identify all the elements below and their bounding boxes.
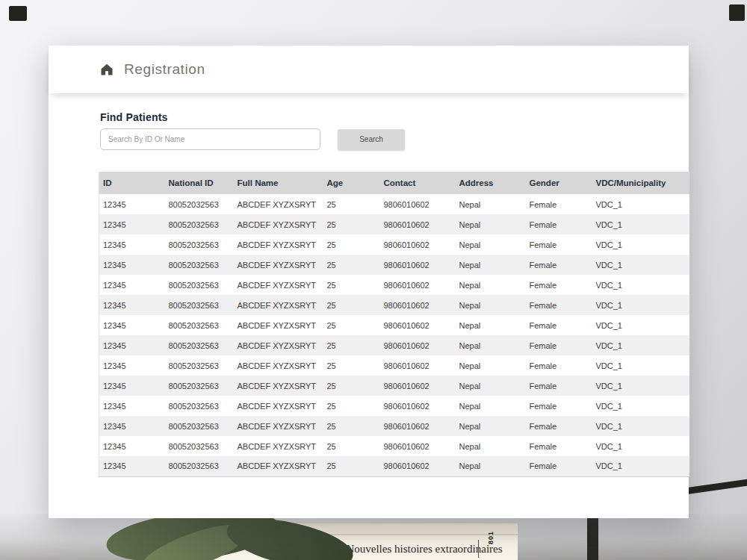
column-header: VDC/Municipality (592, 172, 689, 194)
page-title: Registration (124, 61, 205, 78)
table-cell: 12345 (99, 194, 165, 214)
table-cell: Female (526, 355, 592, 376)
table-cell: Nepal (456, 416, 526, 436)
patients-table-body: 1234580052032563ABCDEF XYZXSRYT259806010… (99, 194, 689, 476)
table-cell: 80052032563 (165, 396, 234, 416)
table-cell: Female (526, 376, 592, 396)
table-cell: 9806010602 (380, 456, 456, 476)
table-row[interactable]: 1234580052032563ABCDEF XYZXSRYT259806010… (99, 315, 689, 335)
table-cell: ABCDEF XYZXSRYT (234, 295, 323, 315)
table-cell: Nepal (456, 234, 526, 255)
table-cell: Female (526, 234, 592, 255)
table-row[interactable]: 1234580052032563ABCDEF XYZXSRYT259806010… (99, 214, 689, 234)
table-cell: 25 (323, 416, 380, 436)
table-row[interactable]: 1234580052032563ABCDEF XYZXSRYT259806010… (99, 275, 689, 295)
table-cell: ABCDEF XYZXSRYT (234, 194, 323, 214)
table-row[interactable]: 1234580052032563ABCDEF XYZXSRYT259806010… (99, 255, 689, 275)
table-cell: Female (526, 335, 592, 355)
table-row[interactable]: 1234580052032563ABCDEF XYZXSRYT259806010… (99, 436, 689, 456)
table-cell: 25 (323, 194, 380, 214)
table-cell: ABCDEF XYZXSRYT (234, 275, 323, 295)
table-cell: Nepal (456, 436, 526, 456)
table-cell: Nepal (456, 194, 526, 214)
table-cell: Female (526, 315, 592, 335)
table-cell: VDC_1 (592, 396, 689, 416)
table-row[interactable]: 1234580052032563ABCDEF XYZXSRYT259806010… (99, 234, 689, 255)
table-cell: 80052032563 (165, 214, 234, 234)
column-header: ID (99, 172, 165, 194)
table-cell: 25 (323, 456, 380, 476)
table-cell: 80052032563 (165, 234, 234, 255)
table-cell: 25 (323, 214, 380, 234)
table-cell: Nepal (456, 295, 526, 315)
table-cell: 9806010602 (380, 255, 456, 275)
table-cell: VDC_1 (592, 275, 689, 295)
table-cell: 12345 (99, 275, 165, 295)
table-row[interactable]: 1234580052032563ABCDEF XYZXSRYT259806010… (99, 396, 689, 416)
search-input[interactable] (100, 128, 320, 150)
table-cell: 12345 (99, 255, 165, 275)
table-cell: 9806010602 (380, 335, 456, 355)
table-cell: 80052032563 (165, 295, 234, 315)
table-cell: 12345 (99, 436, 165, 456)
table-row[interactable]: 1234580052032563ABCDEF XYZXSRYT259806010… (99, 355, 689, 376)
table-cell: 9806010602 (380, 355, 456, 376)
table-row[interactable]: 1234580052032563ABCDEF XYZXSRYT259806010… (99, 416, 689, 436)
table-cell: 80052032563 (165, 416, 234, 436)
table-cell: 25 (323, 295, 380, 315)
table-cell: 80052032563 (165, 315, 234, 335)
table-row[interactable]: 1234580052032563ABCDEF XYZXSRYT259806010… (99, 376, 689, 396)
table-cell: Nepal (456, 456, 526, 476)
table-cell: 9806010602 (380, 396, 456, 416)
home-icon[interactable] (99, 62, 114, 77)
table-cell: 12345 (99, 376, 165, 396)
table-cell: 12345 (99, 214, 165, 234)
search-row: Search (100, 128, 689, 150)
table-cell: 80052032563 (165, 275, 234, 295)
table-cell: Female (526, 295, 592, 315)
table-cell: 80052032563 (165, 355, 234, 376)
table-cell: Nepal (456, 376, 526, 396)
table-cell: VDC_1 (592, 194, 689, 214)
table-cell: VDC_1 (592, 335, 689, 355)
table-cell: 9806010602 (380, 315, 456, 335)
table-cell: ABCDEF XYZXSRYT (234, 456, 323, 476)
table-cell: Nepal (456, 355, 526, 376)
table-row[interactable]: 1234580052032563ABCDEF XYZXSRYT259806010… (99, 194, 689, 214)
table-cell: VDC_1 (592, 456, 689, 476)
table-cell: Nepal (456, 315, 526, 335)
table-cell: Female (526, 255, 592, 275)
table-cell: 12345 (99, 234, 165, 255)
table-cell: 9806010602 (380, 234, 456, 255)
table-cell: VDC_1 (592, 255, 689, 275)
table-cell: ABCDEF XYZXSRYT (234, 376, 323, 396)
column-header: Gender (526, 172, 592, 194)
table-cell: ABCDEF XYZXSRYT (234, 234, 323, 255)
search-button[interactable]: Search (338, 129, 405, 150)
table-row[interactable]: 1234580052032563ABCDEF XYZXSRYT259806010… (99, 295, 689, 315)
table-cell: VDC_1 (592, 436, 689, 456)
table-cell: 25 (323, 376, 380, 396)
table-cell: Female (526, 275, 592, 295)
table-cell: ABCDEF XYZXSRYT (234, 335, 323, 355)
table-row[interactable]: 1234580052032563ABCDEF XYZXSRYT259806010… (99, 335, 689, 355)
table-cell: ABCDEF XYZXSRYT (234, 315, 323, 335)
photo-dark-corner-top-right (729, 4, 745, 21)
table-cell: 9806010602 (380, 295, 456, 315)
table-cell: VDC_1 (592, 416, 689, 436)
table-cell: Female (526, 436, 592, 456)
table-row[interactable]: 1234580052032563ABCDEF XYZXSRYT259806010… (99, 456, 689, 476)
table-cell: 80052032563 (165, 436, 234, 456)
table-cell: 25 (323, 396, 380, 416)
table-cell: 80052032563 (165, 335, 234, 355)
table-cell: 25 (323, 255, 380, 275)
patients-table: IDNational IDFull NameAgeContactAddressG… (99, 172, 689, 477)
table-cell: VDC_1 (592, 234, 689, 255)
table-cell: ABCDEF XYZXSRYT (234, 214, 323, 234)
table-cell: 25 (323, 335, 380, 355)
table-cell: 12345 (99, 335, 165, 355)
table-header-row: IDNational IDFull NameAgeContactAddressG… (99, 172, 689, 194)
table-cell: 9806010602 (380, 416, 456, 436)
table-cell: 12345 (99, 456, 165, 476)
table-cell: 9806010602 (380, 214, 456, 234)
